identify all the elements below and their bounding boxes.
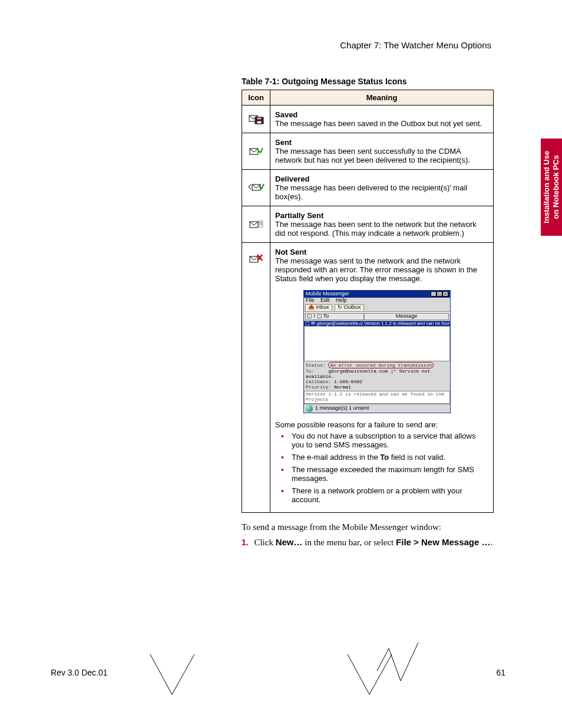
decorative-lines [0, 0, 562, 728]
page-number: 61 [496, 668, 505, 677]
footer-left: Rev 3.0 Dec.01 [51, 668, 108, 677]
